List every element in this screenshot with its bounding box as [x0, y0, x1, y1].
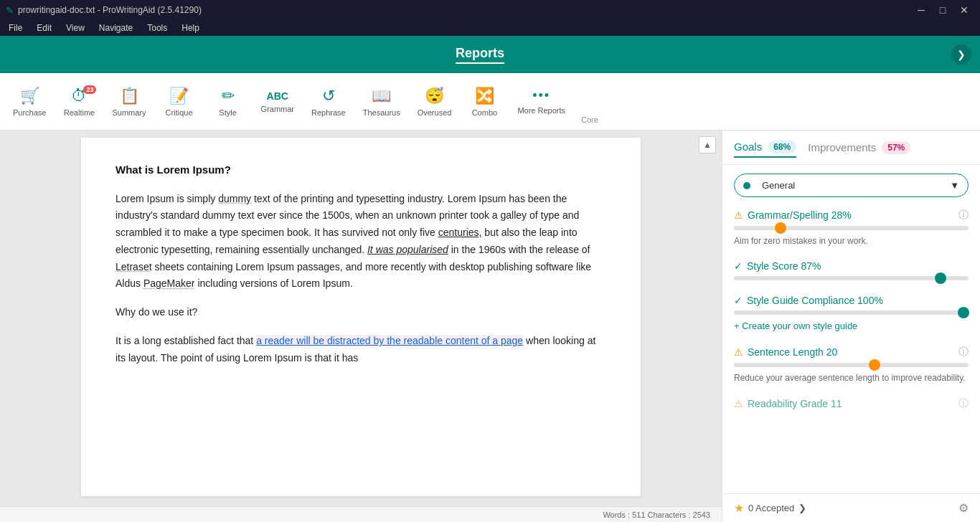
- dropdown-arrow-icon: ▼: [950, 180, 959, 191]
- tab-goals-label: Goals: [734, 141, 762, 153]
- nav-toolbar: 🛒 Purchase ⏱ Realtime 23 📋 Summary 📝 Cri…: [0, 73, 980, 130]
- rephrase-icon: ↺: [322, 87, 335, 105]
- phrase-popularised: It was popularised: [367, 244, 448, 255]
- overused-icon: 😴: [425, 87, 444, 105]
- readability-info-icon[interactable]: ⓘ: [958, 397, 969, 410]
- compliance-progress-bar: [734, 310, 969, 315]
- nav-item-style[interactable]: ✏ Style: [205, 82, 251, 121]
- thesaurus-label: Thesaurus: [363, 108, 400, 117]
- star-icon: ★: [734, 501, 744, 515]
- critique-icon: 📝: [169, 87, 189, 105]
- score-style: ✓ Style Score 87%: [734, 260, 969, 280]
- word-centuries: centuries,: [438, 227, 482, 238]
- nav-item-purchase[interactable]: 🛒 Purchase: [6, 82, 53, 121]
- tab-improvements-badge: 57%: [882, 141, 910, 154]
- compliance-check-icon: ✓: [734, 295, 743, 306]
- sentencelength-score-title[interactable]: ⚠ Sentence Length 20: [734, 346, 837, 358]
- word-count: Words : 511 Characters : 2543: [603, 511, 710, 519]
- tab-goals[interactable]: Goals 68%: [734, 138, 796, 158]
- reports-bar: Reports ❯: [0, 36, 980, 73]
- grammar-score-title[interactable]: ⚠ Grammar/Spelling 28%: [734, 209, 852, 221]
- grammar-label: Grammar: [261, 105, 294, 113]
- nav-item-overused[interactable]: 😴 Overused: [410, 82, 459, 121]
- thesaurus-icon: 📖: [372, 87, 391, 105]
- sentencelength-info-icon[interactable]: ⓘ: [958, 346, 969, 359]
- menu-navigate[interactable]: Navigate: [93, 22, 138, 34]
- tab-improvements[interactable]: Improvements 57%: [808, 138, 910, 157]
- combo-icon: 🔀: [475, 87, 494, 105]
- grammar-score-desc: Aim for zero mistakes in your work.: [734, 236, 969, 246]
- sentencelength-progress-knob[interactable]: [869, 359, 880, 371]
- scroll-up-button[interactable]: ▲: [699, 136, 716, 153]
- menu-tools[interactable]: Tools: [141, 22, 173, 34]
- sentencelength-progress-bar: [734, 363, 969, 367]
- nav-item-combo[interactable]: 🔀 Combo: [461, 82, 507, 121]
- word-dummy: dummy: [218, 193, 251, 204]
- grammar-warn-icon: ⚠: [734, 209, 743, 221]
- sentencelength-score-label: Sentence Length 20: [748, 346, 837, 358]
- grammar-info-icon[interactable]: ⓘ: [958, 209, 969, 222]
- grammar-progress-knob[interactable]: [775, 222, 786, 234]
- compliance-score-label: Style Guide Compliance 100%: [747, 295, 883, 306]
- menu-file[interactable]: File: [3, 22, 28, 34]
- dropdown-dot: [743, 182, 750, 189]
- menu-help[interactable]: Help: [176, 22, 205, 34]
- window-title: prowritingaid-doc.txt - ProWritingAid (2…: [18, 5, 202, 15]
- editor-heading: What is Lorem Ipsum?: [116, 161, 606, 179]
- right-panel-body: General ▼ ⚠ Grammar/Spelling 28% ⓘ: [722, 165, 980, 493]
- right-panel-header: Goals 68% Improvements 57%: [722, 130, 980, 165]
- menu-edit[interactable]: Edit: [31, 22, 57, 34]
- status-bar: Words : 511 Characters : 2543: [0, 506, 722, 522]
- grammar-progress-bar: [734, 226, 969, 230]
- tab-improvements-label: Improvements: [808, 141, 876, 153]
- combo-label: Combo: [472, 108, 497, 117]
- morereports-label: More Reports: [517, 106, 565, 115]
- right-panel: Goals 68% Improvements 57% General ▼: [722, 130, 980, 522]
- score-sentencelength: ⚠ Sentence Length 20 ⓘ Reduce your avera…: [734, 346, 969, 383]
- nav-item-grammar[interactable]: ABC Grammar: [254, 86, 301, 118]
- editor-area[interactable]: ▲ What is Lorem Ipsum? Lorem Ipsum is si…: [0, 130, 722, 506]
- reports-title: Reports: [456, 46, 504, 64]
- style-icon: ✏: [222, 87, 235, 105]
- nav-item-realtime[interactable]: ⏱ Realtime 23: [56, 82, 102, 121]
- editor-paragraph-2: Why do we use it?: [116, 304, 606, 321]
- style-label: Style: [219, 108, 236, 117]
- nav-item-thesaurus[interactable]: 📖 Thesaurus: [356, 82, 407, 121]
- accepted-button[interactable]: ★ 0 Accepted ❯: [734, 501, 806, 515]
- menu-bar: File Edit View Navigate Tools Help: [0, 20, 980, 36]
- style-progress-knob[interactable]: [935, 272, 946, 284]
- overused-label: Overused: [418, 108, 452, 117]
- readability-score-title[interactable]: ⚠ Readability Grade 11: [734, 398, 842, 409]
- compliance-progress-knob[interactable]: [958, 307, 969, 318]
- sentencelength-warn-icon: ⚠: [734, 346, 743, 358]
- readability-score-label: Readability Grade 11: [748, 398, 842, 409]
- realtime-label: Realtime: [64, 108, 95, 117]
- create-guide-link[interactable]: + Create your own style guide: [734, 321, 969, 331]
- nav-item-summary[interactable]: 📋 Summary: [105, 82, 153, 121]
- close-button[interactable]: ✕: [954, 0, 974, 20]
- grammar-icon: ABC: [267, 90, 288, 102]
- title-bar: ✎ prowritingaid-doc.txt - ProWritingAid …: [0, 0, 980, 20]
- style-check-icon: ✓: [734, 260, 743, 272]
- nav-item-critique[interactable]: 📝 Critique: [156, 82, 202, 121]
- style-score-title[interactable]: ✓ Style Score 87%: [734, 260, 821, 272]
- minimize-button[interactable]: ─: [911, 0, 931, 20]
- menu-view[interactable]: View: [60, 22, 90, 34]
- critique-label: Critique: [166, 108, 193, 117]
- accepted-label: 0 Accepted: [748, 503, 794, 513]
- score-grammar: ⚠ Grammar/Spelling 28% ⓘ Aim for zero mi…: [734, 209, 969, 246]
- reports-arrow-button[interactable]: ❯: [951, 44, 971, 65]
- nav-item-morereports[interactable]: ••• More Reports: [510, 84, 573, 119]
- maximize-button[interactable]: □: [933, 0, 953, 20]
- general-dropdown[interactable]: General ▼: [734, 174, 969, 197]
- rephrase-label: Rephrase: [311, 108, 346, 117]
- compliance-score-title[interactable]: ✓ Style Guide Compliance 100%: [734, 295, 883, 306]
- score-readability: ⚠ Readability Grade 11 ⓘ: [734, 397, 969, 414]
- purchase-icon: 🛒: [20, 87, 39, 105]
- editor-content: What is Lorem Ipsum? Lorem Ipsum is simp…: [81, 138, 641, 496]
- settings-gear-icon[interactable]: ⚙: [958, 501, 969, 515]
- right-panel-footer: ★ 0 Accepted ❯ ⚙: [722, 493, 980, 522]
- summary-label: Summary: [112, 108, 146, 117]
- phrase-distracted: a reader will be distracted by the reada…: [256, 335, 523, 346]
- nav-item-rephrase[interactable]: ↺ Rephrase: [304, 82, 353, 121]
